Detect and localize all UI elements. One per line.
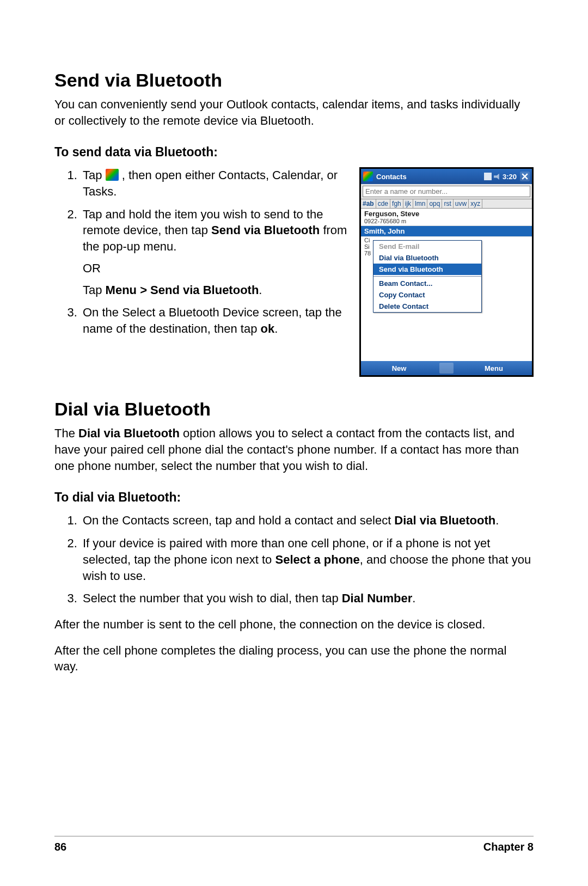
dial-step-2: If your device is paired with more than … [81, 535, 534, 584]
menu-dial-bluetooth[interactable]: Dial via Bluetooth [373, 252, 481, 264]
menu-copy-contact[interactable]: Copy Contact [373, 289, 481, 301]
start-icon [106, 169, 119, 181]
menu-send-bluetooth[interactable]: Send via Bluetooth [373, 264, 481, 275]
subheading-dial: To dial via Bluetooth: [54, 490, 534, 505]
app-title: Contacts [376, 173, 407, 181]
after-note-2: After the cell phone completes the diali… [54, 643, 534, 675]
alpha-index[interactable]: #ab cde fgh ijk lmn opq rst uvw xyz [361, 199, 532, 209]
heading-send-via-bluetooth: Send via Bluetooth [54, 70, 534, 91]
intro-dial: The Dial via Bluetooth option allows you… [54, 425, 534, 474]
context-menu: Send E-mail Dial via Bluetooth Send via … [373, 240, 482, 313]
keyboard-icon[interactable] [439, 363, 454, 374]
steps-send: Tap , then open either Contacts, Calenda… [54, 167, 348, 337]
subheading-send: To send data via Bluetooth: [54, 145, 534, 160]
menu-delete-contact[interactable]: Delete Contact [373, 301, 481, 312]
titlebar: Contacts 3:20 [361, 169, 532, 184]
step-3: On the Select a Bluetooth Device screen,… [81, 304, 348, 337]
steps-dial: On the Contacts screen, tap and hold a c… [54, 512, 534, 606]
clock: 3:20 [503, 173, 517, 181]
contacts-list: Ferguson, Steve 0922-765680 m Smith, Joh… [361, 209, 532, 361]
intro-send: You can conveniently send your Outlook c… [54, 96, 534, 129]
menu-beam-contact[interactable]: Beam Contact... [373, 278, 481, 289]
page-number: 86 [54, 841, 66, 853]
step-2: Tap and hold the item you wish to send t… [81, 206, 348, 298]
dial-step-3: Select the number that you wish to dial,… [81, 590, 534, 607]
page-footer: 86 Chapter 8 [54, 836, 534, 853]
menu-send-email: Send E-mail [373, 241, 481, 252]
step-1: Tap , then open either Contacts, Calenda… [81, 167, 348, 199]
after-note-1: After the number is sent to the cell pho… [54, 616, 534, 633]
dial-step-1: On the Contacts screen, tap and hold a c… [81, 512, 534, 529]
soft-key-bar: New Menu [361, 361, 532, 375]
contact-ferguson[interactable]: Ferguson, Steve 0922-765680 m [361, 209, 532, 226]
contact-smith-selected[interactable]: Smith, John [361, 226, 532, 237]
heading-dial-via-bluetooth: Dial via Bluetooth [54, 399, 534, 420]
start-flag-icon [363, 172, 373, 181]
softkey-menu[interactable]: Menu [456, 364, 532, 372]
volume-icon [494, 173, 501, 180]
search-input[interactable] [363, 186, 530, 197]
softkey-new[interactable]: New [361, 364, 437, 372]
search-bar [361, 184, 532, 199]
chapter-label: Chapter 8 [483, 841, 534, 853]
close-icon [520, 172, 530, 181]
contacts-screenshot: Contacts 3:20 #ab cde fgh ijk lmn opq rs… [359, 167, 534, 377]
signal-icon [484, 173, 492, 180]
